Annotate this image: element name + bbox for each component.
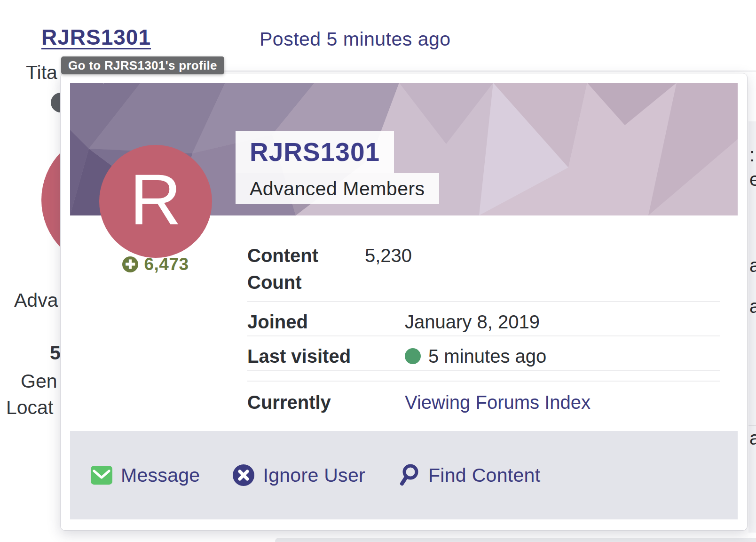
background-text-fragment: a	[749, 295, 756, 318]
find-content-button-label: Find Content	[428, 464, 540, 486]
field-label: Currently	[247, 389, 405, 415]
background-text-fragment: :	[749, 144, 755, 166]
member-hovercard: R RJRS1301 Advanced Members ✚ 6,473 Cont…	[60, 73, 748, 531]
currently-viewing-link[interactable]: Viewing Forums Index	[405, 392, 591, 413]
reputation-badge: ✚ 6,473	[99, 255, 212, 274]
field-value: January 8, 2019	[405, 309, 720, 335]
field-label: Last visited	[247, 343, 405, 370]
background-text-fragment: Tita	[26, 62, 57, 84]
ignore-user-button-label: Ignore User	[263, 464, 365, 486]
post-timestamp: Posted 5 minutes ago	[260, 28, 451, 50]
background-text-fragment: 5	[50, 342, 61, 364]
x-circle-icon	[233, 464, 254, 486]
background-divider-line	[186, 71, 756, 72]
member-group: Advanced Members	[250, 178, 425, 200]
background-text-fragment: Gen	[21, 370, 57, 392]
avatar[interactable]: R	[99, 145, 212, 258]
background-text-fragment: Locat	[6, 397, 53, 419]
profile-tooltip: Go to RJRS1301's profile	[61, 56, 224, 74]
post-author-link[interactable]: RJRS1301	[41, 24, 151, 50]
field-value: 5 minutes ago	[405, 343, 720, 370]
hovercard-username: RJRS1301	[250, 137, 380, 167]
profile-tooltip-text: Go to RJRS1301's profile	[68, 58, 217, 73]
table-row: Content Count 5,230	[247, 238, 720, 302]
background-text-fragment: e	[749, 168, 756, 191]
avatar-letter: R	[130, 164, 181, 235]
member-group-box: Advanced Members	[236, 173, 439, 204]
online-status-dot	[405, 348, 421, 364]
table-divider	[247, 371, 720, 382]
background-text-fragment: Adva	[14, 289, 58, 311]
background-text-fragment: a	[749, 255, 756, 277]
search-icon	[398, 464, 420, 486]
envelope-icon	[91, 466, 112, 485]
table-row: Currently Viewing Forums Index	[247, 382, 720, 415]
message-button-label: Message	[121, 464, 200, 486]
profile-fields-table: Content Count 5,230 Joined January 8, 20…	[247, 238, 720, 415]
field-label: Content Count	[247, 242, 365, 301]
reputation-count: 6,473	[144, 255, 189, 274]
table-row: Last visited 5 minutes ago	[247, 336, 720, 371]
field-label: Joined	[247, 309, 405, 335]
hovercard-username-box: RJRS1301	[236, 131, 394, 173]
ignore-user-button[interactable]: Ignore User	[233, 464, 365, 486]
last-visited-value: 5 minutes ago	[428, 346, 546, 367]
plus-circle-icon: ✚	[122, 256, 138, 272]
message-button[interactable]: Message	[91, 464, 200, 486]
background-right-divider	[748, 425, 756, 426]
hovercard-footer: Message Ignore User Find Content	[70, 431, 738, 519]
field-value: 5,230	[365, 242, 720, 301]
table-row: Joined January 8, 2019	[247, 302, 720, 336]
background-text-fragment: a	[749, 427, 756, 449]
background-bottom-bar	[275, 538, 756, 542]
find-content-button[interactable]: Find Content	[398, 464, 540, 486]
